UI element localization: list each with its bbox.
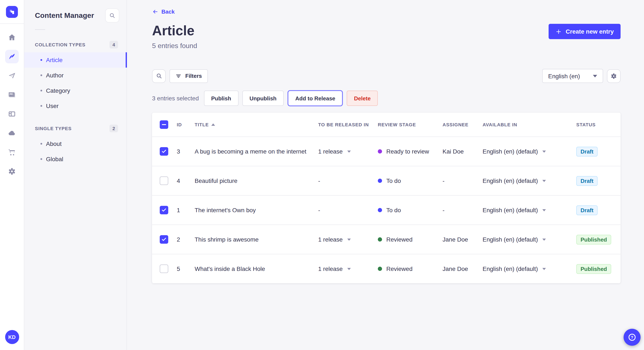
filters-button[interactable]: Filters [170,69,208,83]
bullet-icon [40,90,42,91]
table-search-icon-button[interactable] [152,69,166,83]
column-header-to-be-released-in[interactable]: TO BE RELEASED IN [315,122,374,127]
unpublish-button[interactable]: Unpublish [242,91,284,106]
create-new-entry-button[interactable]: Create new entry [548,24,620,39]
cloud-icon[interactable] [5,126,19,140]
row-id: 3 [173,148,191,155]
delete-button[interactable]: Delete [347,91,378,106]
subnav-item-about[interactable]: About [24,136,126,151]
status-badge: Published [576,234,611,244]
releases-paper-plane-icon[interactable] [5,69,19,82]
row-release-menu[interactable]: 1 release [315,148,374,155]
table-row[interactable]: 4 Beautiful picture - To do - English (e… [152,166,620,195]
row-checkbox[interactable] [160,235,168,244]
stage-dot-icon [378,237,382,242]
strapi-logo-icon[interactable] [6,6,18,18]
view-settings-gear-icon-button[interactable] [607,69,620,83]
subnav-item-author[interactable]: Author [24,68,126,83]
rail-icon-list [5,31,19,178]
media-library-icon[interactable] [5,88,19,102]
entries-table: ID TITLE TO BE RELEASED IN REVIEW STAGE … [152,113,620,283]
row-review-stage: To do [374,177,439,184]
row-release-menu[interactable]: 1 release [315,236,374,243]
row-id: 1 [173,207,191,213]
subnav-item-global[interactable]: Global [24,151,126,167]
row-title: Beautiful picture [191,177,315,184]
chevron-down-icon [347,268,351,270]
filter-icon [176,73,182,79]
row-assignee: - [439,177,479,184]
table-row[interactable]: 2 This shrimp is awesome 1 release Revie… [152,224,620,254]
content-type-builder-icon[interactable] [5,107,19,121]
row-locale-menu[interactable]: English (en) (default) [479,148,573,155]
row-review-stage: To do [374,207,439,213]
row-checkbox[interactable] [160,147,168,156]
chevron-down-icon [542,238,546,240]
column-header-id[interactable]: ID [173,122,191,127]
add-to-release-button[interactable]: Add to Release [288,90,343,106]
settings-gear-icon[interactable] [5,165,19,178]
table-header-row: ID TITLE TO BE RELEASED IN REVIEW STAGE … [152,113,620,137]
subnav-divider [35,29,45,30]
home-icon[interactable] [5,31,19,44]
table-row[interactable]: 5 What's inside a Black Hole 1 release R… [152,254,620,283]
content-manager-feather-icon[interactable] [5,50,19,63]
strapi-logo-wrap [0,0,24,24]
search-icon-button[interactable] [105,8,119,22]
status-badge: Draft [576,205,598,215]
row-title: A bug is becoming a meme on the internet [191,148,315,155]
row-id: 5 [173,265,191,272]
row-release: - [315,207,374,213]
user-avatar[interactable]: KD [5,330,19,344]
row-locale-menu[interactable]: English (en) (default) [479,177,573,184]
subnav-item-article[interactable]: Article [24,52,126,68]
row-assignee: - [439,207,479,213]
page-title: Article [152,23,194,38]
chevron-down-icon [347,150,351,153]
chevron-down-icon [542,268,546,270]
chevron-down-icon [542,180,546,182]
row-assignee: Jane Doe [439,236,479,243]
locale-select[interactable]: English (en) [542,69,603,83]
row-locale-menu[interactable]: English (en) (default) [479,265,573,272]
row-id: 4 [173,177,191,184]
bullet-icon [40,105,42,107]
collection-types-section: COLLECTION TYPES 4 Article Author Catego… [24,40,126,114]
back-link[interactable]: Back [152,8,175,15]
column-header-assignee[interactable]: ASSIGNEE [439,122,479,127]
stage-dot-icon [378,178,382,183]
row-title: What's inside a Black Hole [191,265,315,272]
row-release-menu[interactable]: 1 release [315,265,374,272]
subnav-item-category[interactable]: Category [24,83,126,98]
column-header-review-stage[interactable]: REVIEW STAGE [374,122,439,127]
table-row[interactable]: 1 The internet's Own boy - To do - Engli… [152,195,620,224]
row-locale-menu[interactable]: English (en) (default) [479,236,573,243]
select-all-checkbox[interactable] [160,120,168,129]
stage-dot-icon [378,149,382,154]
publish-button[interactable]: Publish [204,91,238,106]
row-id: 2 [173,236,191,243]
subnav-item-user[interactable]: User [24,98,126,114]
stage-dot-icon [378,267,382,271]
sort-asc-icon [211,123,215,126]
row-checkbox[interactable] [160,176,168,185]
chevron-down-icon [347,238,351,240]
column-header-title[interactable]: TITLE [191,122,315,127]
status-badge: Published [576,264,611,274]
column-header-available-in[interactable]: AVAILABLE IN [479,122,573,127]
row-checkbox[interactable] [160,265,168,273]
back-arrow-icon [152,8,158,15]
row-checkbox[interactable] [160,206,168,214]
row-review-stage: Reviewed [374,236,439,243]
collection-types-label: COLLECTION TYPES [35,42,86,47]
column-header-status[interactable]: STATUS [573,122,620,127]
single-types-section: SINGLE TYPES 2 About Global [24,124,126,167]
plus-icon [556,28,562,35]
single-types-label: SINGLE TYPES [35,126,72,131]
bullet-icon [40,59,42,61]
help-button[interactable]: ? [624,329,640,346]
table-row[interactable]: 3 A bug is becoming a meme on the intern… [152,137,620,166]
content-manager-subnav: Content Manager COLLECTION TYPES 4 Artic… [24,0,127,350]
marketplace-cart-icon[interactable] [5,146,19,159]
row-locale-menu[interactable]: English (en) (default) [479,207,573,213]
